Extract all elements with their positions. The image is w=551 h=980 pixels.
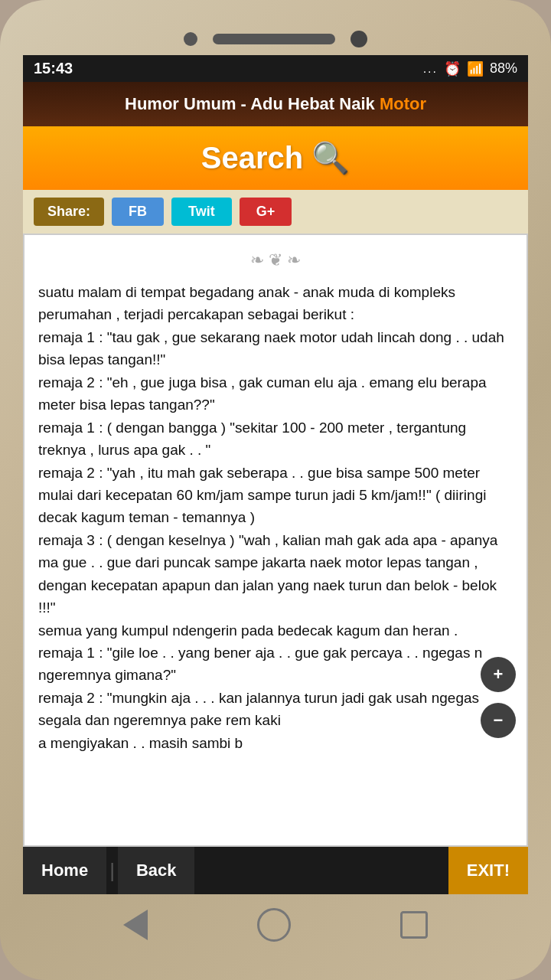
joke-text: suatu malam di tempat begadang anak - an… bbox=[38, 281, 513, 754]
zoom-in-icon: + bbox=[494, 665, 504, 684]
content-area: ❧ ❦ ❧ suatu malam di tempat begadang ana… bbox=[23, 234, 528, 847]
back-button[interactable]: Back bbox=[118, 847, 195, 894]
share-label: Share: bbox=[34, 198, 104, 226]
camera-left bbox=[184, 32, 197, 46]
zoom-in-button[interactable]: + bbox=[481, 657, 516, 692]
speaker-bar bbox=[213, 34, 335, 44]
share-bar: Share: FB Twit G+ bbox=[23, 190, 528, 234]
zoom-out-button[interactable]: − bbox=[481, 703, 516, 738]
status-bar: 15:43 ... ⏰ 📶 88% bbox=[23, 55, 528, 82]
home-nav-icon[interactable] bbox=[257, 908, 291, 942]
app-title: Humor Umum - Adu Hebat Naik Motor bbox=[38, 94, 513, 114]
status-alarm-icon: ⏰ bbox=[444, 60, 461, 77]
status-time: 15:43 bbox=[34, 60, 73, 77]
share-twitter-button[interactable]: Twit bbox=[171, 198, 232, 226]
nav-divider: | bbox=[106, 859, 118, 883]
back-nav-icon[interactable] bbox=[123, 910, 148, 940]
search-label[interactable]: Search 🔍 bbox=[201, 141, 350, 175]
app-header: Humor Umum - Adu Hebat Naik Motor bbox=[23, 82, 528, 126]
bottom-nav: Home | Back EXIT! bbox=[23, 847, 528, 894]
exit-button[interactable]: EXIT! bbox=[448, 847, 528, 894]
status-dots: ... bbox=[423, 62, 438, 76]
status-battery: 88% bbox=[490, 60, 517, 77]
share-gplus-button[interactable]: G+ bbox=[240, 198, 292, 226]
ornament-divider: ❧ ❦ ❧ bbox=[38, 250, 513, 270]
zoom-out-icon: − bbox=[494, 710, 504, 730]
phone-top bbox=[23, 31, 528, 47]
search-bar[interactable]: Search 🔍 bbox=[23, 126, 528, 190]
camera-right bbox=[350, 31, 367, 47]
phone-bottom-icons bbox=[23, 908, 528, 942]
phone-frame: 15:43 ... ⏰ 📶 88% Humor Umum - Adu Hebat… bbox=[0, 0, 551, 980]
home-button[interactable]: Home bbox=[23, 847, 106, 894]
recents-nav-icon[interactable] bbox=[400, 911, 428, 939]
bottom-left-nav: Home | Back bbox=[23, 847, 194, 894]
share-fb-button[interactable]: FB bbox=[112, 198, 164, 226]
status-signal-icon: 📶 bbox=[467, 60, 484, 77]
